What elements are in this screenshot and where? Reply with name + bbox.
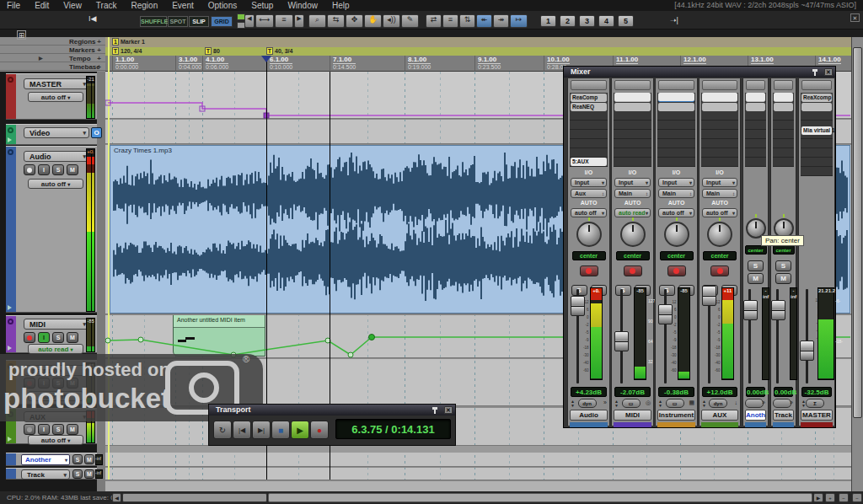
menu-item[interactable]: Setup <box>244 0 281 11</box>
pan-knob[interactable] <box>707 222 732 247</box>
transport-titlebar[interactable]: Transport✕ <box>209 405 455 416</box>
fx-slots[interactable]: ReaSynth <box>657 93 695 167</box>
pattern-button[interactable]: 2 <box>560 15 576 27</box>
audio-input-button[interactable]: I <box>38 164 50 175</box>
edge-tool-button[interactable]: ⇆ <box>327 14 345 28</box>
edit-tool-4[interactable]: ↞ <box>476 14 492 28</box>
pan-knob[interactable] <box>664 222 689 247</box>
volume-readout[interactable]: 0.00dB <box>774 387 793 397</box>
strip-top-button[interactable] <box>571 80 607 90</box>
master-name-dropdown[interactable]: MASTER▾ <box>24 78 89 89</box>
vertical-scrollbar-thumb[interactable] <box>853 47 862 418</box>
strip-top-button[interactable] <box>801 80 832 90</box>
midi-mute-button[interactable]: M <box>67 332 78 343</box>
transport-position-display[interactable]: 6.3.75 / 0:14.131 <box>335 419 451 439</box>
fx-slot[interactable]: ReaComp <box>571 94 607 102</box>
send-slot[interactable] <box>614 93 651 101</box>
strip-mute-button[interactable]: M <box>775 273 791 284</box>
aux-mute-button[interactable]: M <box>67 424 78 435</box>
mixer-close-icon[interactable]: ✕ <box>824 68 833 76</box>
pattern-button[interactable]: 3 <box>579 15 595 27</box>
track-master[interactable]: MASTER▾ auto off ▾ -21 <box>6 73 97 120</box>
fx-slots[interactable] <box>745 93 766 167</box>
menu-item[interactable]: Help <box>325 0 357 11</box>
lane-list-row[interactable]: ▶Tempo+ <box>0 54 105 62</box>
strip-solo-button[interactable]: S <box>748 260 764 271</box>
menu-item[interactable]: File <box>0 0 28 11</box>
strip-name[interactable]: Anoth <box>745 410 766 421</box>
fx-slot[interactable]: ReaNEQ <box>571 103 607 111</box>
repeat-button[interactable]: ↻ <box>213 421 232 439</box>
route-icon[interactable]: ▦ <box>689 399 694 406</box>
edit-tool-5[interactable]: ↠ <box>493 14 509 28</box>
track-name-dropdown[interactable]: Track▾ <box>21 469 70 480</box>
strip-name[interactable]: MIDI <box>614 410 651 421</box>
fx-slots[interactable]: ReaVerb <box>701 93 738 167</box>
strip-mute-button[interactable]: M <box>748 273 764 284</box>
fx-slot[interactable] <box>774 103 793 111</box>
trim-button[interactable]: ⟷ <box>255 14 274 28</box>
midi-auto-dropdown[interactable]: auto read ▾ <box>28 344 83 354</box>
video-name-dropdown[interactable]: Video▾ <box>24 127 89 138</box>
wave-tool-button[interactable]: ✥ <box>346 14 363 28</box>
route-icon[interactable]: » <box>603 399 607 405</box>
send-slot[interactable] <box>746 93 765 101</box>
transport-close-icon[interactable]: ✕ <box>444 406 453 414</box>
strip-name[interactable]: AUX <box>701 410 738 421</box>
record-button[interactable]: ● <box>310 421 329 439</box>
strip-name[interactable]: Audio <box>570 410 608 421</box>
fx-slot[interactable] <box>614 103 651 111</box>
strip-top-button[interactable] <box>658 80 694 90</box>
route-icon[interactable]: » <box>790 399 793 405</box>
fx-slot[interactable] <box>658 103 694 111</box>
another-name-dropdown[interactable]: Another▾ <box>21 454 70 465</box>
docker-icon[interactable]: I◀ <box>88 14 96 23</box>
input-dropdown[interactable]: Input▾ <box>614 178 651 187</box>
another-mute-button[interactable]: M <box>84 454 94 464</box>
auto-dropdown[interactable]: auto off▾ <box>702 208 737 217</box>
track-another[interactable]: Another▾ S M -inf <box>6 453 97 466</box>
play-button[interactable]: ▶ <box>291 421 309 439</box>
lane-list-row[interactable]: Timebase+ <box>0 62 105 71</box>
hscroll-right-button[interactable]: ▶ <box>813 493 823 502</box>
strip-top-button[interactable] <box>774 80 793 90</box>
fader-handle[interactable] <box>614 331 629 351</box>
master-auto-dropdown[interactable]: auto off ▾ <box>28 92 83 102</box>
pattern-button[interactable]: 5 <box>618 15 634 27</box>
aux-solo-button[interactable]: S <box>52 424 64 435</box>
another-solo-button[interactable]: S <box>72 454 83 464</box>
track-midi[interactable]: MIDI▾ I S M auto read ▾ -85 <box>6 315 97 353</box>
strip-name[interactable]: MASTER <box>801 410 833 421</box>
fx-slots[interactable] <box>773 93 794 167</box>
track-lane[interactable] <box>105 468 851 480</box>
volume-readout[interactable]: +12.0dB <box>702 387 737 397</box>
zoom-tool-button[interactable]: ⌕ <box>308 14 326 28</box>
input-dropdown[interactable]: Input▾ <box>702 178 737 187</box>
hscroll-thumb[interactable] <box>122 493 267 502</box>
hand-tool-button[interactable]: ✋ <box>364 14 382 28</box>
track-solo-button[interactable]: S <box>72 469 83 479</box>
fx-slot[interactable] <box>702 103 737 111</box>
close-toolbar-icon[interactable]: ✕ <box>850 13 860 22</box>
midi-record-arm-button[interactable] <box>24 332 35 343</box>
pattern-button[interactable]: 1 <box>540 15 556 27</box>
pattern-button[interactable]: 4 <box>598 15 614 27</box>
strip-record-button[interactable] <box>667 265 686 276</box>
route-icon[interactable]: ◎ <box>646 399 651 406</box>
route-icon[interactable]: » <box>762 399 765 405</box>
hzoom-out-button[interactable]: − <box>839 493 849 502</box>
fx-slots[interactable]: ReaComp ReaNEQ 5:AUX <box>570 93 608 167</box>
fx-slot[interactable] <box>801 103 832 111</box>
midi-input-button[interactable]: I <box>38 332 50 343</box>
input-dropdown[interactable]: Input▾ <box>571 178 607 187</box>
strip-top-button[interactable] <box>614 80 651 90</box>
audio-record-arm-button[interactable] <box>24 164 35 175</box>
midi-item[interactable]: Another untitled MIDI item <box>173 314 265 357</box>
menu-item[interactable]: Track <box>89 0 125 11</box>
aux-record-arm-button[interactable] <box>24 424 35 435</box>
end-icon[interactable]: ➝| <box>670 16 678 24</box>
spinner-icon[interactable]: ▲▼ <box>614 399 619 408</box>
pencil-tool-button[interactable]: ✎ <box>401 14 419 28</box>
lane-list-row[interactable]: Regions+ <box>0 37 105 46</box>
fx-slot[interactable]: ReaXcomp <box>801 94 832 102</box>
